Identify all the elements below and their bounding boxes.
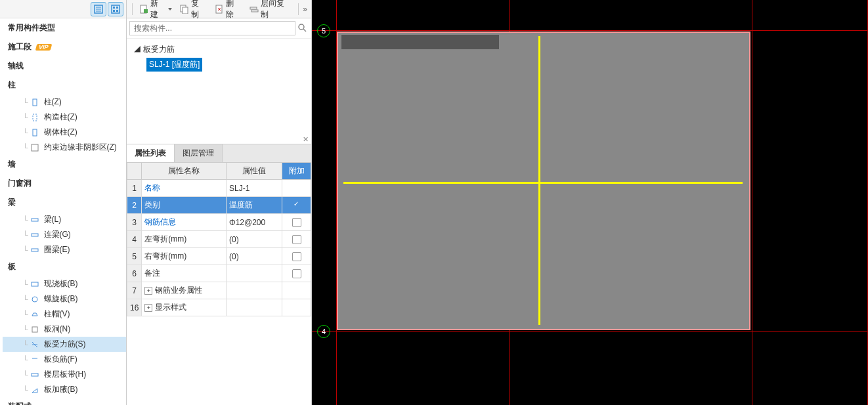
row-number: 16	[127, 299, 142, 316]
prop-name[interactable]: 右弯折(mm)	[142, 248, 227, 265]
prop-attach[interactable]	[282, 197, 311, 214]
prop-attach[interactable]	[282, 299, 311, 316]
svg-rect-7	[113, 10, 115, 12]
svg-rect-6	[116, 7, 118, 9]
tab-properties[interactable]: 属性列表	[127, 144, 175, 162]
property-row[interactable]: 4左弯折(mm)(0)	[127, 231, 311, 248]
section-slab[interactable]: 板	[3, 257, 126, 276]
drawing-canvas[interactable]: 5 4	[312, 0, 868, 405]
header-value: 属性值	[227, 163, 282, 180]
toolbar-overflow-icon[interactable]: »	[303, 5, 307, 14]
svg-rect-9	[33, 99, 37, 106]
slab-element[interactable]	[337, 32, 750, 330]
column-icon	[30, 98, 40, 107]
header-attach: 附加	[282, 163, 311, 180]
section-common[interactable]: 常用构件类型	[3, 18, 126, 37]
prop-attach[interactable]	[282, 214, 311, 231]
prop-attach[interactable]	[282, 282, 311, 299]
axis-marker-5[interactable]: 5	[317, 24, 330, 37]
tree-child[interactable]: SLJ-1 [温度筋]	[146, 58, 307, 72]
property-row[interactable]: 3钢筋信息Φ12@200	[127, 214, 311, 231]
prop-name[interactable]: 左弯折(mm)	[142, 231, 227, 248]
property-row[interactable]: 7+钢筋业务属性	[127, 282, 311, 299]
list-view-icon[interactable]	[91, 2, 106, 16]
checkbox[interactable]	[292, 269, 301, 278]
search-row	[127, 18, 311, 39]
prop-value[interactable]: 温度筋	[227, 197, 282, 214]
section-axis[interactable]: 轴线	[3, 56, 126, 75]
rebar-vertical[interactable]	[538, 36, 540, 325]
property-row[interactable]: 6备注	[127, 265, 311, 282]
prop-value[interactable]	[227, 265, 282, 282]
section-beam[interactable]: 梁	[3, 193, 126, 212]
axis-marker-4[interactable]: 4	[317, 325, 330, 338]
tree-item-beam0[interactable]: └梁(L)	[3, 212, 126, 227]
prop-attach[interactable]	[282, 231, 311, 248]
tree-item-slab2[interactable]: └柱帽(V)	[3, 307, 126, 322]
checkbox[interactable]	[292, 252, 301, 261]
section-prefab[interactable]: 装配式	[3, 397, 126, 405]
tree-item-slab4[interactable]: └板受力筋(S)	[3, 337, 126, 352]
prop-value[interactable]: Φ12@200	[227, 214, 282, 231]
tree-item-slab1[interactable]: └螺旋板(B)	[3, 291, 126, 307]
prop-name[interactable]: 名称	[142, 180, 227, 197]
prop-value[interactable]	[227, 282, 282, 299]
prop-name[interactable]: +显示样式	[142, 299, 227, 316]
property-row[interactable]: 2类别温度筋	[127, 197, 311, 214]
beam-icon	[30, 215, 40, 224]
section-column[interactable]: 柱	[3, 75, 126, 95]
section-construction[interactable]: 施工段 VIP	[3, 37, 126, 56]
tree-item-column0[interactable]: └柱(Z)	[3, 95, 126, 110]
prop-value[interactable]: (0)	[227, 248, 282, 265]
row-number: 7	[127, 282, 142, 299]
row-number: 3	[127, 214, 142, 231]
prop-name[interactable]: 类别	[142, 197, 227, 214]
prop-attach[interactable]	[282, 265, 311, 282]
left-panel: 常用构件类型 施工段 VIP 轴线 柱 └柱(Z) └构造柱(Z) └砌体柱(Z…	[0, 0, 127, 405]
tree-item-slab3[interactable]: └板洞(N)	[3, 322, 126, 337]
tree-item-column3[interactable]: └约束边缘非阴影区(Z)	[3, 140, 126, 155]
section-wall[interactable]: 墙	[3, 155, 126, 174]
grid-view-icon[interactable]	[108, 2, 123, 16]
prop-name[interactable]: +钢筋业务属性	[142, 282, 227, 299]
tree-item-column2[interactable]: └砌体柱(Z)	[3, 125, 126, 140]
tree-item-slab7[interactable]: └板加腋(B)	[3, 382, 126, 397]
tree-item-column1[interactable]: └构造柱(Z)	[3, 110, 126, 125]
tree-item-slab6[interactable]: └楼层板带(H)	[3, 367, 126, 382]
search-icon[interactable]	[295, 23, 309, 34]
tree-item-slab5[interactable]: └板负筋(F)	[3, 352, 126, 367]
header-num	[127, 163, 142, 180]
tree-item-slab0[interactable]: └现浇板(B)	[3, 276, 126, 291]
property-row[interactable]: 5右弯折(mm)(0)	[127, 248, 311, 265]
section-door[interactable]: 门窗洞	[3, 174, 126, 193]
prop-value[interactable]: (0)	[227, 231, 282, 248]
rebar-horizontal[interactable]	[343, 182, 743, 184]
haunch-icon	[30, 385, 40, 394]
property-row[interactable]: 1名称SLJ-1	[127, 180, 311, 197]
collapse-icon[interactable]: ◢	[133, 45, 141, 54]
tree-root[interactable]: ◢ 板受力筋	[131, 43, 307, 56]
tree-item-beam1[interactable]: └连梁(G)	[3, 227, 126, 242]
checkbox[interactable]	[292, 218, 301, 227]
tree-item-beam2[interactable]: └圈梁(E)	[3, 242, 126, 257]
search-input[interactable]	[129, 21, 295, 35]
prop-attach[interactable]	[282, 248, 311, 265]
prop-value[interactable]	[227, 299, 282, 316]
checkbox[interactable]	[292, 201, 301, 210]
close-icon[interactable]: ✕	[127, 135, 311, 144]
property-tabs: 属性列表 图层管理	[127, 144, 311, 162]
checkbox[interactable]	[292, 235, 301, 244]
prop-name[interactable]: 钢筋信息	[142, 214, 227, 231]
property-row[interactable]: 16+显示样式	[127, 299, 311, 316]
svg-rect-15	[32, 249, 38, 251]
hole-icon	[30, 325, 40, 334]
prop-value[interactable]: SLJ-1	[227, 180, 282, 197]
prop-attach[interactable]	[282, 180, 311, 197]
expand-icon[interactable]: +	[144, 304, 152, 312]
slab-icon	[30, 280, 40, 289]
tab-layers[interactable]: 图层管理	[175, 144, 223, 162]
zone-icon	[30, 143, 40, 152]
expand-icon[interactable]: +	[144, 287, 152, 295]
prop-name[interactable]: 备注	[142, 265, 227, 282]
row-number: 6	[127, 265, 142, 282]
